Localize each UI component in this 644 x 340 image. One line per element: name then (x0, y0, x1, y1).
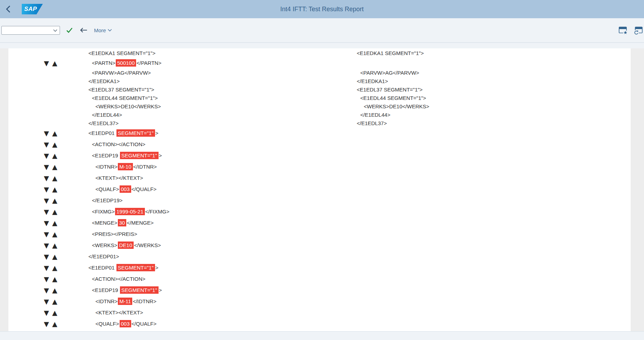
triangle-up-icon[interactable]: ▲ (52, 296, 58, 307)
page-title: Int4 IFTT: Test Results Report (0, 0, 644, 18)
xml-row: ▼▲<IDTNR>M-10</IDTNR> (8, 161, 631, 172)
triangle-down-icon[interactable]: ▼ (44, 262, 49, 273)
xml-compare-rows: <E1EDKA1 SEGMENT="1"><E1EDKA1 SEGMENT="1… (8, 49, 631, 329)
xml-line-right: <E1EDL44 SEGMENT="1"> (360, 94, 426, 102)
triangle-down-icon[interactable]: ▼ (44, 273, 49, 285)
xml-line-left: <E1EDP01 SEGMENT="1"> (88, 262, 159, 273)
triangle-down-icon[interactable]: ▼ (44, 318, 49, 329)
diff-highlight: 30 (118, 219, 127, 226)
triangle-up-icon[interactable]: ▲ (52, 273, 58, 285)
xml-line-left: </E1EDP19> (92, 195, 123, 206)
row-move-controls: ▼▲ (44, 273, 57, 285)
diff-highlight: SEGMENT="1" (116, 129, 155, 137)
triangle-up-icon[interactable]: ▲ (52, 57, 58, 69)
xml-row: ▼▲<ACTION></ACTION> (8, 273, 631, 285)
triangle-up-icon[interactable]: ▲ (52, 318, 58, 329)
xml-line-left: <E1EDKA1 SEGMENT="1"> (88, 49, 155, 57)
xml-line-right: </E1EDKA1> (357, 77, 388, 86)
xml-line-left: </E1EDP01> (88, 251, 119, 262)
enter-button[interactable] (66, 25, 73, 36)
xml-line-left: <ACTION></ACTION> (92, 273, 146, 285)
row-move-controls: ▼▲ (44, 57, 57, 69)
triangle-down-icon[interactable]: ▼ (44, 296, 49, 307)
triangle-down-icon[interactable]: ▼ (44, 251, 49, 262)
xml-line-left: </E1EDKA1> (88, 77, 120, 86)
diff-highlight: 003 (120, 185, 131, 193)
xml-line-left: <WERKS>DE10</WERKS> (92, 240, 161, 251)
xml-line-left: <PARVW>AG</PARVW> (92, 69, 151, 77)
diff-highlight: 003 (120, 320, 131, 327)
xml-line-left: <E1EDP19 SEGMENT="1"> (92, 150, 162, 161)
diff-highlight: DE10 (118, 242, 134, 249)
triangle-down-icon[interactable]: ▼ (44, 240, 49, 251)
row-move-controls: ▼▲ (44, 251, 57, 262)
triangle-down-icon[interactable]: ▼ (44, 206, 49, 217)
row-move-controls: ▼▲ (44, 285, 57, 296)
more-menu-button[interactable]: More (94, 25, 112, 36)
triangle-down-icon[interactable]: ▼ (44, 229, 49, 240)
triangle-up-icon[interactable]: ▲ (52, 161, 58, 172)
xml-line-left: <E1EDL44 SEGMENT="1"> (92, 94, 158, 102)
create-shortcut-button[interactable] (618, 25, 628, 35)
triangle-down-icon[interactable]: ▼ (44, 128, 49, 139)
diff-highlight: 500100 (116, 59, 136, 67)
xml-line-left: </E1EDL37> (88, 119, 119, 128)
triangle-down-icon[interactable]: ▼ (44, 161, 49, 172)
xml-line-left: <E1EDP01 SEGMENT="1"> (88, 128, 159, 139)
shortcut-star-icon (618, 25, 628, 35)
triangle-up-icon[interactable]: ▲ (52, 206, 58, 217)
triangle-up-icon[interactable]: ▲ (52, 240, 58, 251)
new-session-button[interactable] (633, 25, 643, 35)
xml-row: ▼▲<WERKS>DE10</WERKS> (8, 240, 631, 251)
xml-line-right: <PARVW>AG</PARVW> (360, 69, 419, 77)
xml-row: ▼▲<KTEXT></KTEXT> (8, 172, 631, 184)
xml-row: ▼▲<E1EDP19 SEGMENT="1"> (8, 285, 631, 296)
triangle-up-icon[interactable]: ▲ (52, 251, 58, 262)
triangle-up-icon[interactable]: ▲ (52, 229, 58, 240)
arrow-left-icon (79, 27, 88, 33)
triangle-down-icon[interactable]: ▼ (44, 217, 49, 229)
triangle-up-icon[interactable]: ▲ (52, 217, 58, 229)
triangle-up-icon[interactable]: ▲ (52, 285, 58, 296)
triangle-up-icon[interactable]: ▲ (52, 128, 58, 139)
triangle-down-icon[interactable]: ▼ (44, 139, 49, 150)
triangle-up-icon[interactable]: ▲ (52, 150, 58, 161)
xml-line-left: <MENGE>30</MENGE> (92, 217, 154, 229)
triangle-down-icon[interactable]: ▼ (44, 285, 49, 296)
command-field[interactable] (1, 26, 60, 35)
triangle-down-icon[interactable]: ▼ (44, 150, 49, 161)
xml-row: ▼▲<FIXMG>1999-05-21</FIXMG> (8, 206, 631, 217)
triangle-down-icon[interactable]: ▼ (44, 307, 49, 318)
row-move-controls: ▼▲ (44, 184, 57, 195)
triangle-down-icon[interactable]: ▼ (44, 195, 49, 206)
xml-row: </E1EDL44></E1EDL44> (8, 111, 631, 119)
xml-line-left: <ACTION></ACTION> (92, 139, 146, 150)
xml-row: <E1EDL44 SEGMENT="1"><E1EDL44 SEGMENT="1… (8, 94, 631, 102)
triangle-up-icon[interactable]: ▲ (52, 184, 58, 195)
triangle-up-icon[interactable]: ▲ (52, 195, 58, 206)
xml-row: ▼▲<E1EDP01 SEGMENT="1"> (8, 262, 631, 273)
xml-line-right: <E1EDKA1 SEGMENT="1"> (357, 49, 424, 57)
row-move-controls: ▼▲ (44, 262, 57, 273)
triangle-down-icon[interactable]: ▼ (44, 184, 49, 195)
back-arrow-button[interactable] (79, 25, 88, 36)
results-band: <E1EDKA1 SEGMENT="1"><E1EDKA1 SEGMENT="1… (0, 48, 644, 331)
row-move-controls: ▼▲ (44, 206, 57, 217)
xml-line-left: <IDTNR>M-11</IDTNR> (95, 296, 156, 307)
xml-line-left: <IDTNR>M-10</IDTNR> (95, 161, 157, 172)
chevron-down-icon[interactable] (53, 29, 58, 32)
xml-row: ▼▲</E1EDP19> (8, 195, 631, 206)
xml-line-left: <QUALF>003</QUALF> (95, 318, 156, 329)
triangle-up-icon[interactable]: ▲ (52, 139, 58, 150)
triangle-up-icon[interactable]: ▲ (52, 262, 58, 273)
diff-highlight: M-10 (118, 163, 133, 170)
row-move-controls: ▼▲ (44, 307, 57, 318)
xml-row: ▼▲<MENGE>30</MENGE> (8, 217, 631, 229)
triangle-down-icon[interactable]: ▼ (44, 57, 49, 69)
xml-row: ▼▲<KTEXT></KTEXT> (8, 307, 631, 318)
xml-row: </E1EDL37></E1EDL37> (8, 119, 631, 128)
row-move-controls: ▼▲ (44, 296, 57, 307)
triangle-up-icon[interactable]: ▲ (52, 172, 58, 184)
triangle-up-icon[interactable]: ▲ (52, 307, 58, 318)
triangle-down-icon[interactable]: ▼ (44, 172, 49, 184)
